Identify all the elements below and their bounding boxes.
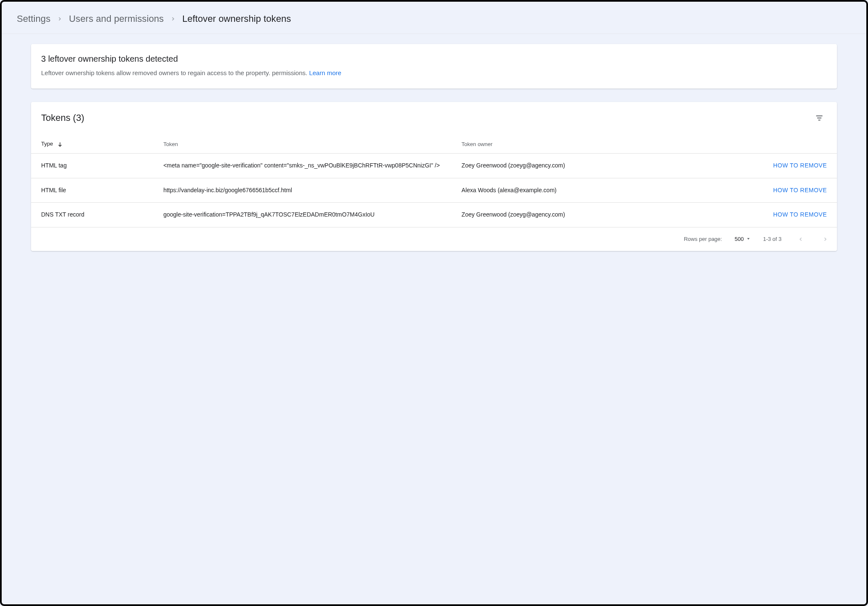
prev-page-button[interactable] xyxy=(794,232,808,246)
next-page-button[interactable] xyxy=(818,232,832,246)
cell-token: google-site-verification=TPPA2TBf9j_qAK7… xyxy=(160,203,458,227)
svg-rect-1 xyxy=(817,118,821,118)
tokens-card: Tokens (3) Type xyxy=(31,102,837,251)
chevron-right-icon xyxy=(170,16,175,21)
pagination-range: 1-3 of 3 xyxy=(763,236,782,242)
breadcrumb-settings[interactable]: Settings xyxy=(17,13,50,24)
cell-token: <meta name="google-site-verification" co… xyxy=(160,153,458,178)
cell-type: HTML file xyxy=(31,178,160,203)
cell-type: DNS TXT record xyxy=(31,203,160,227)
chevron-down-icon xyxy=(746,236,750,242)
breadcrumb-current: Leftover ownership tokens xyxy=(182,13,291,24)
banner-body-text: Leftover ownership tokens allow removed … xyxy=(41,69,309,76)
cell-type: HTML tag xyxy=(31,153,160,178)
rows-per-page-value: 500 xyxy=(735,236,744,242)
tokens-table-title: Tokens (3) xyxy=(41,112,84,123)
table-row: DNS TXT record google-site-verification=… xyxy=(31,203,837,227)
how-to-remove-button[interactable]: HOW TO REMOVE xyxy=(773,211,827,218)
breadcrumb-users-permissions[interactable]: Users and permissions xyxy=(69,13,164,24)
learn-more-link[interactable]: Learn more xyxy=(309,69,341,76)
column-header-action xyxy=(692,136,837,153)
svg-rect-0 xyxy=(816,115,823,116)
tokens-table: Type Token Token owner HTML tag <meta n xyxy=(31,136,837,227)
breadcrumb: Settings Users and permissions Leftover … xyxy=(2,2,866,34)
column-header-type[interactable]: Type xyxy=(31,136,160,153)
column-header-owner[interactable]: Token owner xyxy=(458,136,692,153)
table-row: HTML file https://vandelay-inc.biz/googl… xyxy=(31,178,837,203)
how-to-remove-button[interactable]: HOW TO REMOVE xyxy=(773,187,827,193)
how-to-remove-button[interactable]: HOW TO REMOVE xyxy=(773,162,827,169)
cell-token: https://vandelay-inc.biz/google6766561b5… xyxy=(160,178,458,203)
column-header-type-label: Type xyxy=(41,141,53,147)
svg-marker-4 xyxy=(747,238,750,240)
chevron-right-icon xyxy=(57,16,62,21)
column-header-token[interactable]: Token xyxy=(160,136,458,153)
table-footer: Rows per page: 500 1-3 of 3 xyxy=(31,227,837,251)
filter-icon[interactable] xyxy=(812,110,827,125)
arrow-down-icon xyxy=(57,141,63,147)
table-row: HTML tag <meta name="google-site-verific… xyxy=(31,153,837,178)
rows-per-page-label: Rows per page: xyxy=(684,236,722,242)
cell-owner: Zoey Greenwood (zoeyg@agency.com) xyxy=(458,153,692,178)
info-banner: 3 leftover ownership tokens detected Lef… xyxy=(31,44,837,89)
cell-owner: Alexa Woods (alexa@example.com) xyxy=(458,178,692,203)
svg-rect-2 xyxy=(818,120,821,120)
cell-owner: Zoey Greenwood (zoeyg@agency.com) xyxy=(458,203,692,227)
banner-body: Leftover ownership tokens allow removed … xyxy=(41,68,827,78)
rows-per-page-select[interactable]: 500 xyxy=(735,236,750,242)
banner-title: 3 leftover ownership tokens detected xyxy=(41,54,827,64)
